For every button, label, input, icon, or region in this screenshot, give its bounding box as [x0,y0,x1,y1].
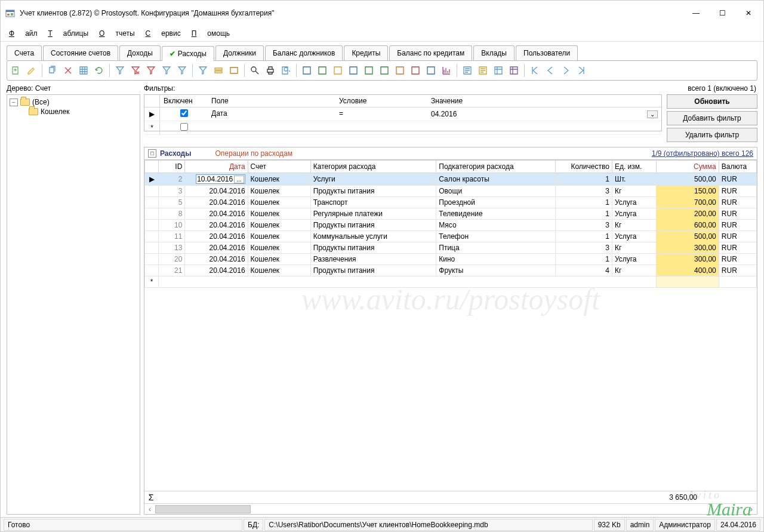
export-pdf-icon[interactable] [408,63,423,78]
cell-date[interactable]: 20.04.2016 [185,186,248,197]
col-cat[interactable]: Категория расхода [310,161,436,173]
filter-one-icon[interactable] [159,63,174,78]
export-csv-icon[interactable] [377,63,392,78]
tree-root[interactable]: − (Все) [10,97,137,107]
filter-field[interactable]: Дата [208,107,335,121]
nav-next-icon[interactable] [559,63,573,78]
tab-Доходы[interactable]: Доходы [119,45,161,60]
cell-unit[interactable]: Кг [612,220,656,231]
tab-Состояние счетов[interactable]: Состояние счетов [43,45,118,60]
filter-editor-icon[interactable] [196,63,210,78]
new-record-icon[interactable] [9,63,23,78]
cell-subcat[interactable]: Телевидение [436,208,556,220]
cell-qty[interactable]: 4 [556,265,612,276]
export-excel-icon[interactable] [315,63,329,78]
filter-icon[interactable] [113,63,127,78]
cell-date[interactable]: 20.04.2016 [185,197,248,208]
cell-sum[interactable]: 300,00 [656,254,719,265]
cell-id[interactable]: 21 [159,265,185,276]
maximize-button[interactable]: ☐ [710,5,735,21]
date-editor[interactable]: 10.04.2016... [196,174,245,184]
export-xml-icon[interactable] [393,63,407,78]
filter-new-checkbox[interactable] [180,123,188,131]
cell-qty[interactable]: 1 [556,254,612,265]
table-row[interactable]: 1320.04.2016КошелекПродукты питанияПтица… [145,242,757,254]
sql-icon[interactable] [227,63,241,78]
table-row[interactable]: 1020.04.2016КошелекПродукты питанияМясо3… [145,220,757,231]
collapse-icon[interactable]: − [10,99,18,106]
chart-icon[interactable] [439,63,454,78]
cell-acct[interactable]: Кошелек [248,186,310,197]
copy-icon[interactable] [45,63,60,78]
filter-cond[interactable]: = [335,107,427,121]
cell-sum[interactable]: 600,00 [656,220,719,231]
cell-subcat[interactable]: Мясо [436,220,556,231]
table-row[interactable]: ▶210.04.2016...КошелекУслугиСалон красот… [145,173,757,186]
col-qty[interactable]: Количество [556,161,612,173]
scroll-left-icon[interactable]: ‹ [144,505,155,513]
new-row[interactable]: * [145,276,757,288]
table-row[interactable]: 320.04.2016КошелекПродукты питанияОвощи3… [145,186,757,197]
dropdown-icon[interactable]: ⌄ [647,110,658,118]
filter-col-cond[interactable]: Условие [335,95,427,107]
cell-unit[interactable]: Кг [612,186,656,197]
col-unit[interactable]: Ед. изм. [612,161,656,173]
menu-Таблицы[interactable]: Таблицы [48,29,89,38]
table-row[interactable]: 2020.04.2016КошелекРазвлеченияКино1Услуг… [145,254,757,265]
tree-item[interactable]: Кошелек [10,107,137,116]
cell-subcat[interactable]: Телефон [436,231,556,242]
nav-last-icon[interactable] [574,63,589,78]
refresh-icon[interactable] [92,63,106,78]
cell-unit[interactable]: Услуга [612,254,656,265]
cell-qty[interactable]: 3 [556,186,612,197]
cell-cur[interactable]: RUR [719,208,756,220]
cell-cur[interactable]: RUR [719,242,756,254]
cell-unit[interactable]: Услуга [612,231,656,242]
close-button[interactable]: ✕ [736,5,761,21]
filter-value[interactable]: 04.2016 [431,110,647,118]
col-cur[interactable]: Валюта [719,161,756,173]
cell-acct[interactable]: Кошелек [248,173,310,186]
tab-Баланс по кредитам[interactable]: Баланс по кредитам [389,45,472,60]
cell-qty[interactable]: 1 [556,197,612,208]
cell-cat[interactable]: Продукты питания [310,186,436,197]
cell-id[interactable]: 8 [159,208,185,220]
filters-grid[interactable]: Включен Поле Условие Значение ▶ Дата = 0… [144,94,662,131]
cell-cat[interactable]: Регулярные платежи [310,208,436,220]
tab-Кредиты[interactable]: Кредиты [344,45,388,60]
cell-qty[interactable]: 1 [556,173,612,186]
grid-icon[interactable] [76,63,91,78]
filter-clear-icon[interactable] [144,63,158,78]
horizontal-scrollbar[interactable]: ‹ › [144,503,757,514]
cell-cat[interactable]: Коммунальные услуги [310,231,436,242]
filter-remove-icon[interactable] [128,63,143,78]
account-tree[interactable]: − (Все) Кошелек [7,94,140,515]
export-word-icon[interactable] [300,63,314,78]
cell-date[interactable]: 20.04.2016 [185,242,248,254]
filter-group-icon[interactable] [211,63,226,78]
cell-unit[interactable]: Услуга [612,208,656,220]
menu-Файл[interactable]: Файл [9,29,38,38]
filter-col-enabled[interactable]: Включен [160,95,208,107]
tab-Баланс должников[interactable]: Баланс должников [265,45,343,60]
cell-acct[interactable]: Кошелек [248,254,310,265]
cell-id[interactable]: 13 [159,242,185,254]
col-date[interactable]: Дата [185,161,248,173]
template3-icon[interactable] [491,63,506,78]
menu-Отчеты[interactable]: Отчеты [99,29,135,38]
export-doc-icon[interactable] [346,63,361,78]
date-picker-icon[interactable]: ... [234,176,244,183]
col-acct[interactable]: Счет [248,161,310,173]
add-filter-button[interactable]: Добавить фильтр [667,111,757,125]
table-row[interactable]: 820.04.2016КошелекРегулярные платежиТеле… [145,208,757,220]
cell-acct[interactable]: Кошелек [248,265,310,276]
export-html-icon[interactable] [331,63,345,78]
cell-cat[interactable]: Услуги [310,173,436,186]
col-sum[interactable]: Сумма [656,161,719,173]
template4-icon[interactable] [507,63,521,78]
tab-Вклады[interactable]: Вклады [473,45,515,60]
table-row[interactable]: 520.04.2016КошелекТранспортПроездной1Усл… [145,197,757,208]
scroll-right-icon[interactable]: › [746,505,757,513]
tab-Расходы[interactable]: Расходы [162,46,214,61]
template1-icon[interactable] [460,63,475,78]
